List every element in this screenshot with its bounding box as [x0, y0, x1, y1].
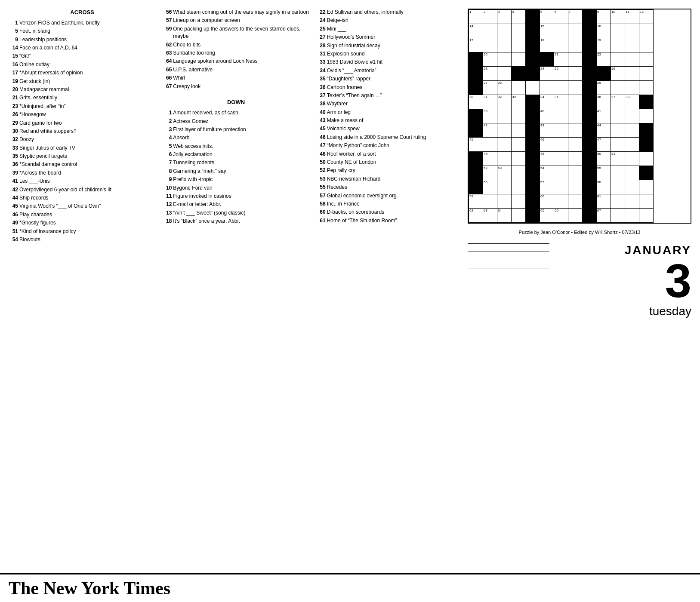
- cell-number: 55: [597, 166, 601, 170]
- grid-cell: 38: [625, 95, 639, 109]
- clue-number: 39: [9, 169, 18, 177]
- clue-text: “Monty Python” comic John: [327, 142, 463, 149]
- cell-number: 57: [540, 181, 544, 184]
- clue-text: Hollywood’s Sommer: [327, 34, 463, 41]
- across-clues-1: 1Verizon FiOS and EarthLink, briefly5Fee…: [9, 19, 156, 244]
- cell-number: 42: [484, 124, 487, 127]
- clue-item: 3First layer of furniture protection: [162, 126, 309, 133]
- clue-item: 36Cartoon frames: [316, 84, 463, 91]
- clue-text: Get stuck (in): [19, 78, 156, 85]
- grid-cell: [497, 180, 512, 194]
- clue-item: 54Blowouts: [9, 236, 156, 243]
- clue-text: Amount received, as of cash: [173, 109, 309, 117]
- clue-number: 11: [162, 193, 172, 200]
- grid-cell: [512, 138, 526, 152]
- grid-cell: 16: [597, 24, 611, 38]
- clue-number: 31: [316, 50, 326, 58]
- grid-cell: [639, 152, 654, 166]
- clue-item: 53NBC newsman Richard: [316, 175, 463, 183]
- grid-cell: [583, 138, 597, 152]
- grid-cell: [611, 24, 625, 38]
- grid-cell: [639, 180, 654, 194]
- clue-number: 5: [162, 143, 172, 150]
- clue-item: 28Sign of industrial decay: [316, 42, 463, 49]
- clue-number: 19: [9, 78, 18, 85]
- clue-item: 55Recedes: [316, 184, 463, 191]
- grid-cell: 56: [483, 180, 497, 194]
- grid-cell: [625, 109, 639, 123]
- clue-text: First layer of furniture protection: [173, 126, 309, 133]
- clue-item: 60D-backs, on scoreboards: [316, 209, 463, 216]
- clue-item: 31Explosion sound: [316, 50, 463, 58]
- clue-number: 55: [316, 184, 326, 191]
- grid-cell: 39: [483, 109, 497, 123]
- clue-text: *Ghostly figures: [19, 219, 156, 227]
- clue-text: Volcanic spew: [327, 125, 463, 132]
- grid-cell: [597, 67, 611, 81]
- clue-item: 5Web access inits.: [162, 143, 309, 150]
- cell-number: 4: [512, 10, 514, 14]
- clue-text: Beige-ish: [327, 17, 463, 24]
- grid-cell: 65: [540, 209, 554, 223]
- grid-cell: [625, 166, 639, 180]
- clue-text: D-backs, on scoreboards: [327, 209, 463, 216]
- grid-cell: [526, 138, 540, 152]
- line-1: [468, 243, 549, 244]
- grid-cell: 55: [597, 166, 611, 180]
- clue-text: Ship records: [19, 194, 156, 202]
- grid-cell: [639, 109, 654, 123]
- main-content: ACROSS 1Verizon FiOS and EarthLink, brie…: [0, 0, 700, 573]
- clue-number: 28: [316, 42, 326, 49]
- grid-cell: 30: [469, 95, 483, 109]
- clue-number: 25: [316, 25, 326, 33]
- clue-item: 35Styptic pencil targets: [9, 153, 156, 160]
- grid-cell: [568, 123, 583, 138]
- grid-cell: [554, 123, 568, 138]
- cell-number: 65: [540, 209, 544, 212]
- grid-cell: [625, 38, 639, 52]
- grid-cell: 1: [469, 10, 483, 24]
- cell-number: 58: [597, 181, 601, 184]
- grid-cell: [526, 67, 540, 81]
- clue-text: Verizon FiOS and EarthLink, briefly: [19, 19, 156, 27]
- clue-item: 34Ovid’s “___ Amatoria”: [316, 67, 463, 74]
- line-4: [468, 268, 549, 268]
- clue-text: Card game for two: [19, 120, 156, 127]
- clue-item: 17*Abrupt reversals of opinion: [9, 69, 156, 77]
- clue-number: 13: [162, 209, 172, 217]
- clue-item: 38Wayfarer: [316, 100, 463, 108]
- clue-number: 5: [9, 28, 18, 35]
- grid-cell: [469, 166, 483, 180]
- cell-number: 39: [484, 110, 487, 113]
- grid-cell: 27: [483, 81, 497, 95]
- grid-cell: [469, 180, 483, 194]
- grid-cell: 21: [554, 52, 568, 67]
- grid-cell: 59: [469, 194, 483, 209]
- cell-number: 38: [626, 95, 629, 99]
- cell-number: 45: [469, 138, 473, 141]
- grid-cell: 51: [611, 152, 625, 166]
- cell-number: 44: [597, 124, 601, 127]
- footer: The New York Times: [0, 573, 700, 602]
- cell-number: 61: [597, 195, 601, 198]
- clue-text: Bygone Ford van: [173, 184, 309, 192]
- grid-cell: 49: [540, 152, 554, 166]
- line-3: [468, 260, 549, 260]
- cell-number: 56: [484, 181, 487, 184]
- clue-number: 21: [9, 94, 18, 101]
- clue-item: 30Red and white stoppers?: [9, 128, 156, 135]
- clue-text: *Uninjured, after “in”: [19, 103, 156, 110]
- clue-text: Losing side in a 2000 Supreme Court ruli…: [327, 134, 463, 141]
- clue-text: Web access inits.: [173, 143, 309, 150]
- grid-cell: 66: [554, 209, 568, 223]
- clue-item: 57Lineup on a computer screen: [162, 17, 309, 24]
- clue-number: 38: [316, 100, 326, 108]
- clue-text: Creepy look: [173, 83, 309, 90]
- clue-number: 1: [162, 109, 172, 117]
- grid-cell: 61: [597, 194, 611, 209]
- grid-cell: 50: [597, 152, 611, 166]
- grid-cell: 37: [611, 95, 625, 109]
- grid-cell: [469, 52, 483, 67]
- cell-number: 36: [597, 95, 601, 99]
- grid-cell: [625, 24, 639, 38]
